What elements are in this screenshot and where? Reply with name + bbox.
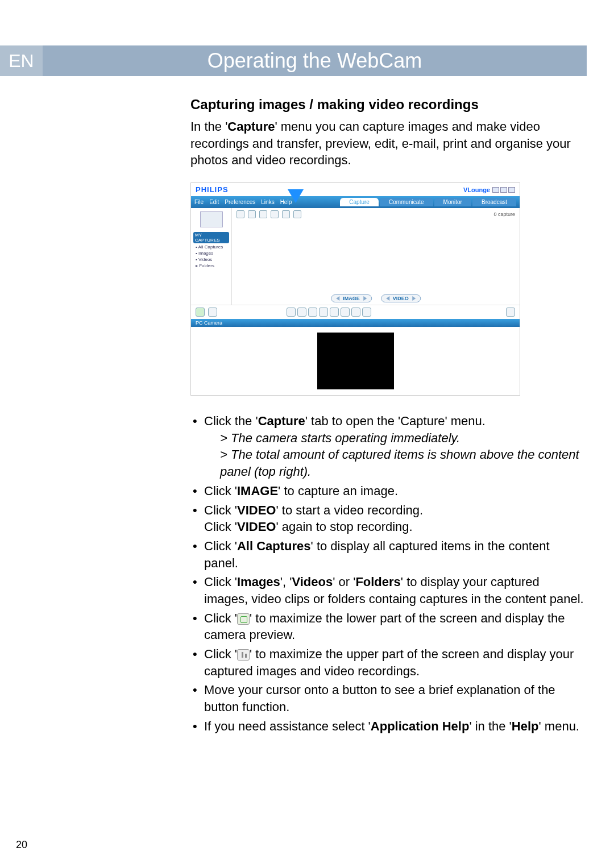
brand-logo: PHILIPS — [196, 185, 229, 194]
app-screenshot: PHILIPS VLounge File Edit Preferences Li… — [190, 182, 520, 396]
sidebar-videos: • Videos — [196, 257, 229, 262]
step-open-capture: Click the 'Capture' tab to open the 'Cap… — [190, 413, 586, 480]
step-capture-image: Click 'IMAGE' to capture an image. — [190, 483, 586, 500]
menu-bar: File Edit Preferences Links Help Capture… — [191, 196, 520, 208]
tool-icon — [330, 308, 339, 317]
tab-monitor: Monitor — [434, 198, 471, 206]
video-capture-button: VIDEO — [381, 294, 421, 302]
sidebar-images: • Images — [196, 251, 229, 256]
content-area: Capturing images / making video recordin… — [190, 97, 586, 737]
tool-icon — [282, 210, 290, 218]
device-thumb-icon — [200, 211, 223, 227]
sidebar-header: MY CAPTURES — [193, 232, 229, 243]
tool-icon — [248, 210, 256, 218]
instruction-list: Click the 'Capture' tab to open the 'Cap… — [190, 413, 586, 734]
image-capture-button: IMAGE — [331, 294, 372, 302]
step-maximize-lower: Click '' to maximize the lower part of t… — [190, 610, 586, 643]
tool-icon — [259, 210, 267, 218]
grid-view-icon — [237, 649, 250, 661]
menu-preferences: Preferences — [225, 199, 255, 205]
tab-capture: Capture — [340, 198, 379, 206]
minimize-icon — [492, 187, 499, 193]
app-name: VLounge — [463, 186, 515, 193]
page-title: Operating the WebCam — [43, 45, 587, 76]
content-panel: 0 capture IMAGE VIDEO — [232, 208, 520, 305]
step-filter-types: Click 'Images', 'Videos' or 'Folders' to… — [190, 574, 586, 607]
tool-icon — [319, 308, 328, 317]
close-icon — [508, 187, 515, 193]
menu-file: File — [194, 199, 204, 205]
lower-bar: PC Camera — [191, 319, 520, 327]
section-heading: Capturing images / making video recordin… — [190, 97, 586, 113]
sidebar-all: • All Captures — [196, 244, 229, 250]
tool-icon — [293, 210, 301, 218]
capture-count: 0 capture — [493, 211, 515, 217]
tab-broadcast: Broadcast — [472, 198, 516, 206]
sidebar: MY CAPTURES • All Captures • Images • Vi… — [191, 208, 232, 305]
tool-icon — [362, 308, 371, 317]
maximize-icon — [500, 187, 507, 193]
camera-preview-icon — [196, 308, 205, 317]
intro-paragraph: In the 'Capture' menu you can capture im… — [190, 118, 586, 169]
tool-icon — [308, 308, 317, 317]
page-number: 20 — [16, 839, 27, 851]
language-tab: EN — [0, 45, 43, 76]
grid-view-icon — [208, 308, 217, 317]
tool-icon — [297, 308, 306, 317]
sidebar-folders: ▸ Folders — [196, 263, 229, 268]
tool-icon — [287, 308, 296, 317]
step-hover-hint: Move your cursor onto a button to see a … — [190, 682, 586, 715]
tool-icon — [271, 210, 279, 218]
menu-links: Links — [261, 199, 274, 205]
step-all-captures: Click 'All Captures' to display all capt… — [190, 538, 586, 571]
mid-toolbar — [191, 305, 520, 319]
tab-communicate: Communicate — [380, 198, 433, 206]
pointer-arrow-icon — [288, 189, 304, 203]
camera-preview-icon — [237, 613, 250, 625]
step-help: If you need assistance select 'Applicati… — [190, 718, 586, 735]
note-camera-starts: > The camera starts operating immediatel… — [204, 430, 586, 447]
tool-icon — [341, 308, 350, 317]
tool-icon — [351, 308, 360, 317]
camera-preview — [191, 327, 520, 395]
tool-icon — [237, 210, 244, 218]
eject-icon — [506, 308, 515, 317]
note-total-items: > The total amount of captured items is … — [204, 446, 586, 480]
preview-frame — [317, 333, 394, 389]
step-maximize-upper: Click '' to maximize the upper part of t… — [190, 646, 586, 679]
menu-edit: Edit — [209, 199, 219, 205]
step-capture-video: Click 'VIDEO' to start a video recording… — [190, 502, 586, 535]
